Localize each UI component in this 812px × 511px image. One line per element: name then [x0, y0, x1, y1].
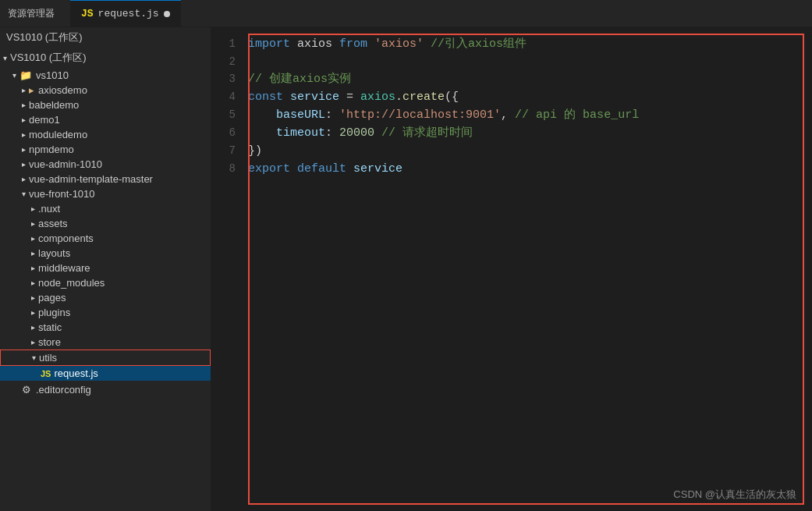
settings-icon: ⚙ — [22, 384, 31, 396]
token-plain: ({ — [445, 90, 459, 104]
static-arrow-icon — [31, 323, 35, 332]
line-number: 7 — [211, 142, 248, 159]
code-line-1: 1import axios from 'axios' //引入axios组件 — [211, 35, 812, 53]
code-line-5: 5 baseURL: 'http://localhost:9001', // a… — [211, 106, 812, 124]
layouts-label: layouts — [38, 247, 70, 259]
sidebar-item-npmdemo[interactable]: npmdemo — [0, 142, 211, 157]
sidebar-workspace-title[interactable]: VS1010 (工作区) — [0, 48, 211, 68]
sidebar-item-vue-admin-1010[interactable]: vue-admin-1010 — [0, 157, 211, 172]
line-content: }) — [248, 143, 812, 160]
pages-arrow-icon — [31, 293, 35, 302]
sidebar-workspace-label: VS1010 (工作区) — [0, 27, 211, 48]
store-arrow-icon — [31, 338, 35, 346]
code-line-3: 3// 创建axios实例 — [211, 70, 812, 88]
line-content: const service = axios.create({ — [248, 89, 812, 106]
sidebar-item-moduledemo[interactable]: moduledemo — [0, 127, 211, 142]
token-plain — [290, 162, 297, 176]
token-plain — [248, 108, 276, 122]
token-obj: axios — [360, 90, 395, 104]
sidebar-item-vue-front-1010[interactable]: vue-front-1010 — [0, 186, 211, 201]
demo1-label: demo1 — [29, 114, 60, 126]
line-content: // 创建axios实例 — [248, 71, 812, 88]
token-str: 'axios' — [374, 37, 424, 51]
sidebar-item-request-js[interactable]: JS request.js — [0, 366, 211, 381]
sidebar-item-nuxt[interactable]: .nuxt — [0, 201, 211, 216]
token-prop: service — [290, 90, 339, 104]
token-kw: from — [339, 37, 367, 51]
token-plain: , — [501, 108, 515, 122]
sidebar-item-static[interactable]: static — [0, 320, 211, 335]
sidebar-item-vue-admin-template-master[interactable]: vue-admin-template-master — [0, 172, 211, 186]
sidebar-item-babeldemo[interactable]: babeldemo — [0, 98, 211, 112]
code-line-8: 8export default service — [211, 160, 812, 178]
token-kw: export — [248, 162, 290, 176]
token-str: 'http://localhost:9001' — [339, 108, 501, 122]
token-kw: import — [248, 37, 290, 51]
components-arrow-icon — [31, 234, 35, 243]
assets-label: assets — [38, 218, 68, 229]
watermark: CSDN @认真生活的灰太狼 — [673, 488, 796, 502]
pages-label: pages — [38, 292, 66, 303]
token-plain — [424, 37, 431, 51]
sidebar-item-layouts[interactable]: layouts — [0, 246, 211, 261]
babeldemo-label: babeldemo — [29, 99, 79, 111]
vue-front-1010-arrow-icon — [22, 190, 26, 198]
tab-request-js[interactable]: JS request.js — [70, 0, 181, 27]
layouts-arrow-icon — [31, 249, 35, 257]
tab-bar: JS request.js — [70, 0, 181, 27]
moduledemo-arrow-icon — [22, 130, 26, 139]
token-cmt: // 创建axios实例 — [248, 73, 351, 86]
sidebar-item-demo1[interactable]: demo1 — [0, 112, 211, 127]
token-plain: }) — [248, 144, 262, 158]
vs1010-arrow-icon — [12, 71, 16, 80]
code-area[interactable]: 1import axios from 'axios' //引入axios组件23… — [211, 27, 812, 511]
components-label: components — [38, 232, 94, 244]
sidebar-item-axiosdemo[interactable]: ▸ axiosdemo — [0, 83, 211, 98]
babeldemo-arrow-icon — [22, 101, 26, 109]
code-line-2: 2 — [211, 53, 812, 70]
tab-filename: request.js — [98, 8, 159, 20]
token-kw: default — [297, 162, 346, 176]
sidebar-item-store[interactable]: store — [0, 335, 211, 350]
editor: 1import axios from 'axios' //引入axios组件23… — [211, 27, 812, 511]
sidebar-item-components[interactable]: components — [0, 231, 211, 246]
line-content: import axios from 'axios' //引入axios组件 — [248, 36, 812, 53]
sidebar-item-node_modules[interactable]: node_modules — [0, 275, 211, 290]
sidebar-item-vs1010[interactable]: 📁 vs1010 — [0, 68, 211, 83]
token-prop: service — [353, 162, 402, 176]
sidebar-item-pages[interactable]: pages — [0, 290, 211, 305]
demo1-arrow-icon — [22, 115, 26, 124]
token-kw: const — [248, 90, 283, 104]
sidebar-item-assets[interactable]: assets — [0, 216, 211, 231]
assets-arrow-icon — [31, 219, 35, 228]
plugins-label: plugins — [38, 307, 70, 318]
vue-front-1010-label: vue-front-1010 — [29, 188, 95, 200]
moduledemo-label: moduledemo — [29, 129, 87, 140]
token-plain: axios — [290, 37, 339, 51]
token-num: 20000 — [339, 126, 374, 140]
middleware-arrow-icon — [31, 264, 35, 272]
tab-js-icon: JS — [81, 8, 94, 20]
token-plain — [374, 126, 381, 140]
sidebar-item-editorconfig[interactable]: ⚙ .editorconfig — [0, 382, 211, 397]
npmdemo-arrow-icon — [22, 145, 26, 154]
vue-admin-1010-label: vue-admin-1010 — [29, 158, 102, 170]
middleware-label: middleware — [38, 262, 90, 274]
main-area: VS1010 (工作区) VS1010 (工作区) 📁 vs1010 ▸ axi… — [0, 27, 812, 511]
vue-admin-template-master-label: vue-admin-template-master — [29, 173, 153, 185]
vs1010-label: vs1010 — [36, 69, 69, 81]
line-number: 6 — [211, 124, 248, 141]
plugins-arrow-icon — [31, 308, 35, 317]
code-line-7: 7}) — [211, 142, 812, 160]
sidebar-item-middleware[interactable]: middleware — [0, 261, 211, 275]
utils-label: utils — [39, 352, 57, 364]
sidebar-item-utils[interactable]: utils — [0, 350, 211, 366]
line-content: export default service — [248, 161, 812, 178]
axiosdemo-label: axiosdemo — [38, 84, 87, 96]
line-number: 3 — [211, 70, 248, 87]
request-js-label: request.js — [54, 367, 98, 379]
sidebar-item-plugins[interactable]: plugins — [0, 305, 211, 320]
token-plain: : — [325, 108, 339, 122]
editorconfig-label: .editorconfig — [36, 384, 91, 396]
npmdemo-label: npmdemo — [29, 144, 74, 155]
